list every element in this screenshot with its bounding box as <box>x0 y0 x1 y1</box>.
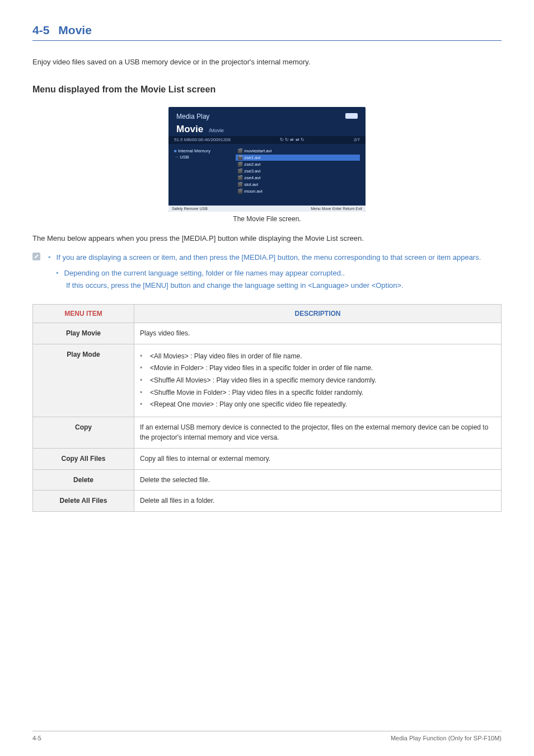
row-desc: If an external USB memory device is conn… <box>134 417 502 448</box>
bullet-icon: • <box>48 253 51 262</box>
table-row: Play Mode •<All Movies> : Play video fil… <box>33 344 502 417</box>
row-label: Delete All Files <box>33 491 134 512</box>
table-row: Copy All Files Copy all files to interna… <box>33 449 502 470</box>
row-label: Play Mode <box>33 344 134 417</box>
subheading: Menu displayed from the Movie List scree… <box>32 85 502 95</box>
footer-left: 4-5 <box>32 735 41 741</box>
shot-side-item: Internal Memory <box>178 148 210 153</box>
usb-icon <box>345 113 358 119</box>
shot-file: 🎬 zse4.avi <box>236 175 360 181</box>
menu-table: MENU ITEM DESCRIPTION Play Movie Plays v… <box>32 304 502 512</box>
shot-file: 🎬 zse2.avi <box>236 161 360 167</box>
shot-bar-icons: ↻ ↻ ⇄ ⇄ ↻ <box>280 137 305 142</box>
note-icon <box>32 253 40 260</box>
intro-text: Enjoy video files saved on a USB memory … <box>32 57 502 68</box>
shot-foot-right: Menu Move Enter Return Exit <box>311 207 362 211</box>
shot-infobar: 51.5 MB/00:00:46/20091208 ↻ ↻ ⇄ ⇄ ↻ 2/7 <box>168 136 366 144</box>
shot-file: 🎬 moviestart.avi <box>236 148 360 154</box>
note-text-2a: Depending on the current language settin… <box>64 269 345 277</box>
shot-file: 🎬 slot.avi <box>236 181 360 188</box>
screenshot-caption: The Movie File screen. <box>32 215 502 223</box>
footer-right: Media Play Function (Only for SP-F10M) <box>391 735 502 741</box>
th-description: DESCRIPTION <box>134 305 502 323</box>
row-desc: Copy all files to internal or external m… <box>134 449 502 470</box>
movie-screenshot: Media Play Movie/Movie 51.5 MB/00:00:46/… <box>168 107 366 212</box>
table-row: Play Movie Plays video files. <box>33 323 502 344</box>
note-block: •If you are displaying a screen or item,… <box>32 251 502 264</box>
row-desc: •<All Movies> : Play video files in orde… <box>134 344 502 417</box>
row-label: Copy <box>33 417 134 448</box>
th-menu-item: MENU ITEM <box>33 305 134 323</box>
after-shot-text: The Menu below appears when you press th… <box>32 233 502 244</box>
shot-filelist: 🎬 moviestart.avi 🎬 zse1.avi 🎬 zse2.avi 🎬… <box>236 147 360 199</box>
page-footer: 4-5 Media Play Function (Only for SP-F10… <box>32 731 502 741</box>
shot-footer: Safely Remove USB Menu Move Enter Return… <box>168 206 366 212</box>
note-sub: •Depending on the current language setti… <box>56 267 502 292</box>
row-label: Delete <box>33 469 134 491</box>
shot-file: 🎬 zse3.avi <box>236 168 360 174</box>
row-desc: Delete all files in a folder. <box>134 491 502 512</box>
note-text-2b: If this occurs, press the [MENU] button … <box>66 281 404 290</box>
table-row: Delete Delete the selected file. <box>33 469 502 491</box>
table-header-row: MENU ITEM DESCRIPTION <box>33 305 502 323</box>
row-desc: Delete the selected file. <box>134 469 502 491</box>
shot-path: /Movie <box>209 128 224 133</box>
shot-side-item: USB <box>180 155 189 160</box>
section-title: Movie <box>58 24 92 36</box>
shot-movie-title: Movie/Movie <box>176 124 358 135</box>
section-number: 4-5 <box>32 24 49 36</box>
row-desc: Plays video files. <box>134 323 502 344</box>
row-label: Play Movie <box>33 323 134 344</box>
shot-file: 🎬 moon.avi <box>236 188 360 194</box>
shot-bar-left: 51.5 MB/00:00:46/20091208 <box>174 137 231 142</box>
shot-foot-left: Safely Remove USB <box>172 207 208 211</box>
shot-mediaplay-label: Media Play <box>176 113 358 120</box>
note-text-1: If you are displaying a screen or item, … <box>57 253 481 262</box>
table-row: Copy If an external USB memory device is… <box>33 417 502 448</box>
bullet-icon: • <box>56 269 59 277</box>
table-row: Delete All Files Delete all files in a f… <box>33 491 502 512</box>
shot-file-selected: 🎬 zse1.avi <box>236 155 360 161</box>
shot-bar-right: 2/7 <box>354 137 360 142</box>
shot-sidebar: ■ Internal Memory → USB <box>174 147 236 199</box>
section-header: 4-5Movie <box>32 24 502 41</box>
row-label: Copy All Files <box>33 449 134 470</box>
